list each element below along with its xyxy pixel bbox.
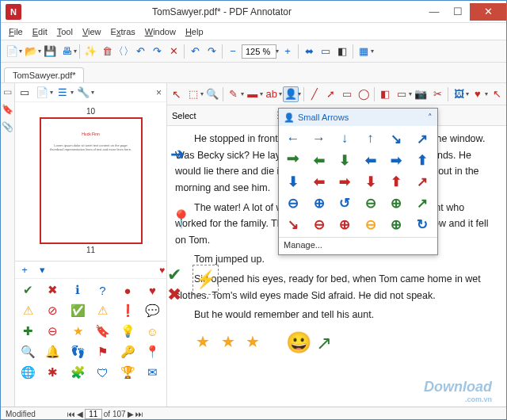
pointer-tool-icon[interactable]: ↖ (169, 86, 185, 102)
stamp-key[interactable]: 🔑 (116, 342, 139, 361)
list-icon[interactable]: ☰ (55, 85, 71, 101)
arrow-cell[interactable]: ↑ (359, 128, 383, 149)
lasso-icon[interactable]: ⬚ (185, 86, 201, 102)
stamp-bookmark[interactable]: 🔖 (92, 322, 114, 341)
menu-tool[interactable]: Tool (52, 27, 78, 36)
stamp-x[interactable]: ✖ (42, 281, 64, 300)
arrow-cell[interactable]: ⊖ (359, 214, 383, 235)
side-close-icon[interactable]: × (156, 87, 162, 98)
arrow-cell[interactable]: ⊖ (307, 214, 331, 235)
actual-size-icon[interactable]: ◧ (334, 44, 350, 59)
page-input[interactable] (85, 409, 102, 419)
page-thumbnail[interactable]: Huck Finn Lorem ipsum dolor sit amet tex… (40, 117, 143, 244)
whiteout-icon[interactable]: ▭ (394, 86, 410, 102)
arrow-cell[interactable]: ⬅ (307, 171, 331, 192)
highlighter-icon[interactable]: ▬ (245, 86, 261, 102)
zoom-input[interactable]: 125 % (242, 44, 276, 59)
page-icon[interactable]: ▭ (17, 85, 32, 101)
fit-page-icon[interactable]: ▭ (318, 44, 334, 59)
menu-edit[interactable]: Edit (28, 27, 52, 36)
stamp-caution[interactable]: ⚠ (92, 301, 114, 320)
line-icon[interactable]: ╱ (307, 86, 322, 102)
stamp-asterisk[interactable]: ✱ (42, 363, 64, 382)
popup-collapse-icon[interactable]: ˄ (428, 113, 433, 123)
arrow-cell[interactable]: ⮕ (281, 150, 305, 170)
stamp-add-icon[interactable]: + (17, 262, 32, 278)
arrow-cell[interactable]: ➡ (384, 150, 408, 170)
stamp-globe[interactable]: 🌐 (17, 363, 39, 382)
doc-x-stamp[interactable]: ✖ (167, 281, 181, 309)
next-page-icon[interactable]: ▶ (128, 410, 134, 418)
arrow-cell[interactable]: ⊕ (333, 214, 356, 235)
doc-arrow2-stamp[interactable]: ↗ (316, 327, 332, 359)
stamp-info[interactable]: ℹ (67, 281, 89, 300)
settings-icon[interactable]: 🔧 (75, 85, 91, 101)
zoom-in-icon[interactable]: + (280, 44, 295, 59)
stamp-bell[interactable]: 🔔 (42, 342, 64, 361)
favorite-icon[interactable]: ♥ (159, 265, 165, 276)
stamp-puzzle[interactable]: 🧩 (67, 363, 89, 382)
fit-width-icon[interactable]: ⬌ (301, 44, 317, 59)
stamp-flag[interactable]: ⚑ (92, 342, 114, 361)
arrow-cell[interactable]: ⊖ (359, 193, 383, 213)
stamp-trophy[interactable]: 🏆 (116, 363, 139, 382)
stamp-dot[interactable]: ● (116, 281, 139, 300)
maximize-button[interactable]: ☐ (446, 3, 470, 21)
arrow-cell[interactable]: ↓ (333, 128, 356, 149)
arrow-cell[interactable]: ⬅ (307, 150, 331, 170)
popup-header[interactable]: 👤 Small Arrows ˄ (279, 109, 437, 126)
pen-icon[interactable]: ✎ (226, 86, 242, 102)
stamp-question[interactable]: ? (92, 281, 114, 300)
arrow-cell[interactable]: ⬅ (359, 150, 383, 170)
arrow-cell[interactable]: ↘ (384, 128, 408, 149)
arrow-cell[interactable]: ⊖ (281, 193, 305, 213)
arrow-cell[interactable]: ⬇ (333, 150, 356, 170)
arrow-cell[interactable]: ↺ (333, 193, 356, 213)
stamp-star[interactable]: ★ (67, 322, 89, 341)
prev-page-icon[interactable]: ◀ (77, 410, 83, 418)
zoom-out-icon[interactable]: − (225, 44, 241, 59)
cursor-right-icon[interactable]: ↖ (489, 86, 505, 102)
arrow-cell[interactable]: ➡ (333, 171, 356, 192)
stamp-footprint[interactable]: 👣 (67, 342, 89, 361)
doc-bolt-stamp[interactable]: ⚡ (193, 265, 219, 295)
menu-window[interactable]: Window (140, 27, 181, 36)
arrow-cell[interactable]: ↗ (410, 128, 434, 149)
stamp-warning[interactable]: ⚠ (17, 301, 39, 320)
stamp-heart[interactable]: ♥ (142, 281, 164, 300)
zoom-tool-icon[interactable]: 🔍 (204, 86, 220, 102)
redo-icon[interactable]: ↷ (204, 44, 219, 59)
stamp-checkcircle[interactable]: ✅ (67, 301, 89, 320)
eraser-icon[interactable]: ◧ (377, 86, 393, 102)
stamp-minus[interactable]: ⊖ (42, 322, 64, 341)
close-doc-icon[interactable]: ✕ (166, 44, 181, 59)
arrow-cell[interactable]: ↗ (410, 171, 434, 192)
delete-icon[interactable]: 🗑 (99, 44, 115, 59)
first-page-icon[interactable]: ⏮ (67, 410, 75, 418)
stamp-shield[interactable]: 🛡 (92, 363, 114, 382)
arrow-icon[interactable]: ➚ (323, 86, 339, 102)
stamp-check[interactable]: ✔ (17, 281, 39, 300)
arrow-cell[interactable]: ⊕ (384, 214, 408, 235)
rect-icon[interactable]: ▭ (339, 86, 355, 102)
ellipse-icon[interactable]: ◯ (356, 86, 372, 102)
minimize-button[interactable]: — (422, 3, 446, 21)
arrow-cell[interactable]: ⊕ (384, 193, 408, 213)
last-page-icon[interactable]: ⏭ (135, 410, 143, 418)
menu-extras[interactable]: Extras (106, 27, 140, 36)
arrow-cell[interactable]: ↘ (281, 214, 305, 235)
arrow-cell[interactable]: ⬇ (281, 171, 305, 192)
new-page-icon[interactable]: 📄 (34, 85, 50, 101)
save-icon[interactable]: 💾 (42, 44, 58, 59)
stamp-exclaim[interactable]: ❗ (116, 301, 139, 320)
stamp-pin[interactable]: 📍 (142, 342, 164, 361)
new-icon[interactable]: 📄 (4, 44, 20, 59)
arrow-cell[interactable]: ← (281, 128, 305, 149)
arrow-cell[interactable]: ↗ (410, 193, 434, 213)
thumbnails-tab-icon[interactable]: ▭ (3, 86, 12, 97)
heart2-icon[interactable]: ♥ (470, 86, 486, 102)
bookmarks-tab-icon[interactable]: 🔖 (2, 104, 13, 115)
attachments-tab-icon[interactable]: 📎 (2, 121, 13, 132)
menu-file[interactable]: File (4, 27, 28, 36)
image-icon[interactable]: 🖼 (451, 86, 467, 102)
